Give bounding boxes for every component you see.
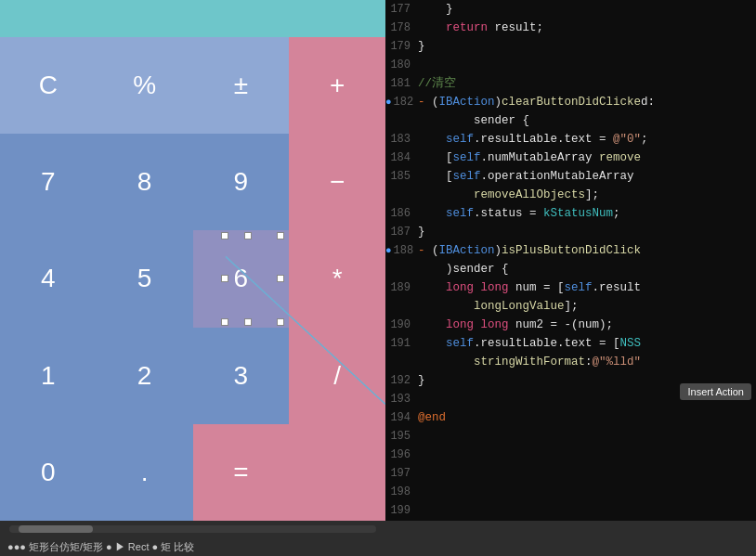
btn-minus[interactable]: − — [289, 134, 385, 230]
btn-8[interactable]: 8 — [97, 134, 193, 230]
code-line-185: 185 [self.operationMutableArray — [385, 167, 756, 186]
code-line-180: 180 — [385, 56, 756, 74]
code-line-189: 189 long long num = [self.result — [385, 278, 756, 297]
calculator-panel: C % ± + 7 8 9 − 4 5 6 * — [0, 0, 385, 521]
btn-multiply[interactable]: * — [289, 230, 385, 327]
scrollbar-thumb[interactable] — [19, 525, 93, 533]
btn-divide[interactable]: / — [289, 328, 385, 424]
btn-percent[interactable]: % — [97, 37, 193, 134]
btn-6[interactable]: 6 — [193, 230, 290, 327]
calc-grid: C % ± + 7 8 9 − 4 5 6 * — [0, 37, 385, 521]
code-line-196: 196 — [385, 446, 756, 464]
code-line-191b: stringWithFormat:@"%lld" — [385, 353, 756, 371]
btn-empty[interactable] — [289, 424, 385, 521]
insert-action-tooltip: Insert Action — [680, 383, 751, 400]
btn-1[interactable]: 1 — [0, 328, 97, 424]
bottom-area: ●●● 矩形台仿矩/矩形 ● ▶ Rect ● 矩 比较 — [0, 521, 756, 556]
main-area: C % ± + 7 8 9 − 4 5 6 * — [0, 0, 756, 521]
code-line-188b: )sender { — [385, 260, 756, 278]
code-lines: 177 } 178 return result; 179 } 180 181 /… — [385, 0, 756, 521]
btn-7[interactable]: 7 — [0, 134, 97, 230]
scrollbar-track[interactable] — [9, 525, 376, 533]
btn-dot[interactable]: . — [97, 424, 193, 521]
btn-clear[interactable]: C — [0, 37, 97, 134]
code-line-189b: longLongValue]; — [385, 297, 756, 316]
code-line-183: 183 self.resultLable.text = @"0"; — [385, 130, 756, 149]
status-bar: ●●● 矩形台仿矩/矩形 ● ▶ Rect ● 矩 比较 — [0, 537, 756, 556]
code-line-190: 190 long long num2 = -(num); — [385, 316, 756, 334]
code-line-194: 194 @end — [385, 408, 756, 427]
code-line-185b: removeAllObjects]; — [385, 186, 756, 204]
code-panel: 177 } 178 return result; 179 } 180 181 /… — [385, 0, 756, 521]
btn-2[interactable]: 2 — [97, 328, 193, 424]
code-line-178: 178 return result; — [385, 19, 756, 37]
status-bar-text: ●●● 矩形台仿矩/矩形 ● ▶ Rect ● 矩 比较 — [7, 540, 194, 554]
btn-plus[interactable]: + — [289, 37, 385, 134]
scrollbar-area — [0, 521, 385, 537]
code-line-182: ●182 - (IBAction)clearButtonDidClicked: — [385, 93, 756, 111]
btn-5[interactable]: 5 — [97, 230, 193, 327]
btn-0[interactable]: 0 — [0, 424, 97, 521]
code-line-187: 187 } — [385, 223, 756, 241]
btn-equals[interactable]: = — [193, 424, 290, 521]
calc-display — [0, 0, 385, 37]
btn-9[interactable]: 9 — [193, 134, 290, 230]
code-line-195: 195 — [385, 427, 756, 446]
code-line-181: 181 //清空 — [385, 74, 756, 93]
code-line-177: 177 } — [385, 0, 756, 19]
code-line-179: 179 } — [385, 37, 756, 56]
code-line-182b: sender { — [385, 111, 756, 130]
code-line-184: 184 [self.numMutableArray remove — [385, 149, 756, 167]
btn-4[interactable]: 4 — [0, 230, 97, 327]
code-line-197: 197 — [385, 464, 756, 483]
code-line-198: 198 — [385, 483, 756, 501]
code-line-186: 186 self.status = kStatusNum; — [385, 204, 756, 223]
code-line-191: 191 self.resultLable.text = [NSS — [385, 334, 756, 353]
btn-plusminus[interactable]: ± — [193, 37, 290, 134]
code-line-188: ●188 - (IBAction)isPlusButtonDidClick — [385, 241, 756, 260]
code-line-199: 199 — [385, 501, 756, 520]
btn-3[interactable]: 3 — [193, 328, 290, 424]
